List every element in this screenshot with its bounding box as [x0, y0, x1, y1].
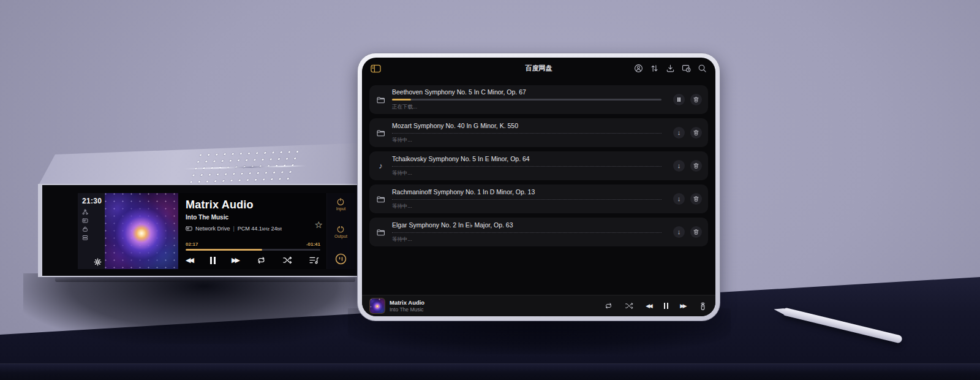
download-title: Rachmaninoff Symphony No. 1 In D Minor, … [392, 188, 662, 196]
app-header: 百度网盘 [362, 58, 715, 79]
download-status: 等待中... [392, 203, 662, 210]
music-note-icon: ♪ [375, 162, 386, 170]
source-label: Network Drive [195, 226, 230, 232]
download-row[interactable]: Rachmaninoff Symphony No. 1 In D Minor, … [369, 184, 708, 213]
download-title: Beethoven Symphony No. 5 In C Minor, Op.… [392, 88, 662, 96]
download-progress-track [392, 166, 662, 167]
streamer-sidebar: 21:30 [78, 193, 105, 269]
download-progress-track [392, 232, 662, 233]
shuffle-button[interactable] [625, 302, 634, 310]
play-queue-button[interactable] [309, 256, 319, 264]
download-status: 正在下载... [392, 104, 662, 111]
matrix-audio-streamer: 21:30 Matrix Audio Into The Music [37, 141, 371, 288]
streamer-feet [55, 277, 355, 282]
repeat-button[interactable] [256, 256, 266, 264]
download-status: 等待中... [392, 137, 662, 144]
download-title: Mozart Symphony No. 40 In G Minor, K. 55… [392, 122, 662, 129]
clock: 21:30 [82, 197, 102, 205]
download-row[interactable]: Elgar Symphony No. 2 In E♭ Major, Op. 63… [369, 218, 708, 246]
previous-button[interactable]: ◀◀ [646, 303, 652, 309]
network-share-icon[interactable] [82, 209, 102, 215]
download-row[interactable]: Beethoven Symphony No. 5 In C Minor, Op.… [369, 85, 708, 114]
remote-control-button[interactable] [698, 302, 707, 311]
network-drive-icon [186, 226, 192, 232]
streamer-io-rail: Input Output [326, 193, 355, 269]
source-format-row: Network Drive | PCM 44.1kHz 24bit [186, 226, 320, 232]
output-knob-icon [336, 225, 345, 234]
delete-download-button[interactable] [690, 127, 702, 139]
mini-album-art [370, 298, 385, 313]
output-label: Output [334, 234, 347, 238]
download-progress-track [392, 133, 662, 134]
download-status: 等待中... [392, 170, 662, 177]
mini-player-controls: ◀◀ ▶▶ [604, 302, 707, 311]
download-title: Tchaikovsky Symphony No. 5 In E Minor, O… [392, 155, 662, 162]
tablet-screen: 百度网盘 Beethoven Symphony No. 5 In C Minor… [362, 58, 715, 316]
download-status: 等待中... [392, 236, 662, 243]
folder-icon [375, 129, 386, 137]
delete-download-button[interactable] [690, 160, 702, 172]
pause-button[interactable] [664, 303, 668, 309]
album-art [105, 193, 178, 269]
download-progress-track [392, 199, 662, 200]
delete-download-button[interactable] [690, 226, 702, 238]
mini-player-subtitle: Into The Music [390, 306, 424, 313]
favorite-star-icon[interactable]: ☆ [315, 220, 323, 229]
search-button[interactable] [698, 64, 707, 73]
download-row[interactable]: Mozart Symphony No. 40 In G Minor, K. 55… [369, 118, 708, 147]
transfer-list-button[interactable] [682, 64, 691, 73]
start-download-button[interactable]: ↓ [673, 226, 685, 238]
sort-button[interactable] [650, 64, 659, 73]
streamer-touchscreen: 21:30 Matrix Audio Into The Music [78, 193, 355, 269]
delete-download-button[interactable] [690, 94, 702, 105]
streamer-front-panel: 21:30 Matrix Audio Into The Music [38, 184, 370, 277]
start-download-button[interactable]: ↓ [673, 127, 685, 139]
progress-fill [186, 249, 262, 251]
pause-button[interactable] [210, 257, 216, 264]
track-subtitle: Into The Music [186, 214, 320, 221]
download-progress-track [392, 99, 662, 101]
desk-front-edge [0, 363, 980, 380]
scene: 21:30 Matrix Audio Into The Music [0, 0, 980, 380]
volume-knob[interactable] [334, 253, 347, 265]
time-row: 02:17 -01:41 [186, 241, 320, 247]
storage-card-icon[interactable] [82, 218, 102, 224]
start-download-button[interactable]: ↓ [673, 193, 685, 205]
sidebar-toggle-button[interactable] [371, 64, 381, 73]
settings-gear-icon[interactable] [94, 258, 102, 266]
time-remaining: -01:41 [306, 241, 320, 247]
lock-icon[interactable] [82, 226, 102, 232]
progress-bar[interactable] [186, 249, 320, 251]
queue-stack-icon[interactable] [82, 235, 102, 241]
start-download-button[interactable]: ↓ [673, 160, 685, 172]
mini-player-meta: Matrix Audio Into The Music [390, 299, 424, 313]
folder-icon [375, 228, 386, 237]
folder-icon [375, 96, 386, 104]
next-button[interactable]: ▶▶ [680, 303, 687, 309]
shuffle-button[interactable] [282, 256, 293, 264]
delete-download-button[interactable] [690, 193, 702, 205]
streamer-transport-controls: ◀◀ ▶▶ [186, 256, 320, 265]
previous-button[interactable]: ◀◀ [186, 257, 194, 264]
track-title: Matrix Audio [186, 199, 320, 211]
repeat-button[interactable] [604, 302, 613, 310]
download-list: Beethoven Symphony No. 5 In C Minor, Op.… [362, 79, 715, 251]
header-actions [634, 64, 707, 73]
next-button[interactable]: ▶▶ [232, 257, 240, 264]
source-divider: | [233, 226, 235, 232]
mini-player-bar[interactable]: Matrix Audio Into The Music ◀◀ ▶▶ [362, 295, 715, 316]
output-selector[interactable]: Output [334, 225, 347, 238]
download-title: Elgar Symphony No. 2 In E♭ Major, Op. 63 [392, 221, 662, 229]
input-knob-icon [336, 197, 345, 206]
input-label: Input [336, 207, 346, 211]
tablet-device: 百度网盘 Beethoven Symphony No. 5 In C Minor… [357, 53, 720, 321]
pause-download-button[interactable] [673, 94, 685, 105]
time-elapsed: 02:17 [186, 241, 198, 247]
account-button[interactable] [634, 64, 643, 73]
format-label: PCM 44.1kHz 24bit [238, 226, 282, 232]
streamer-now-playing: Matrix Audio Into The Music Network Driv… [178, 193, 326, 269]
mini-player-title: Matrix Audio [390, 299, 424, 306]
download-row[interactable]: ♪ Tchaikovsky Symphony No. 5 In E Minor,… [369, 151, 708, 180]
input-selector[interactable]: Input [336, 197, 346, 211]
download-button[interactable] [666, 64, 675, 73]
